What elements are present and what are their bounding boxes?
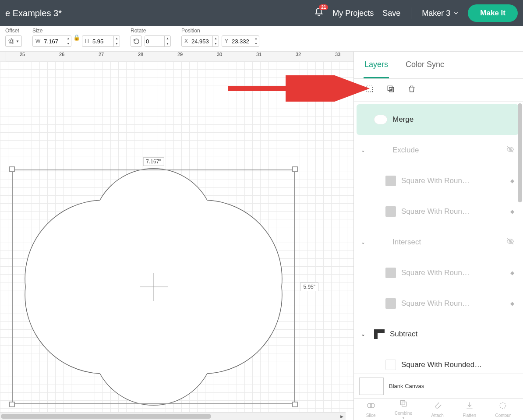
canvas-swatch [359, 378, 384, 395]
layers-panel: Layers Color Sync Merge ⌄ Exclude [354, 52, 523, 420]
rotate-icon [133, 38, 140, 45]
layers-list[interactable]: Merge ⌄ Exclude Square With Roun… ◆ Squa… [354, 102, 523, 374]
flatten-button[interactable]: Flatten [463, 401, 476, 418]
layers-scrollbar[interactable] [518, 103, 522, 202]
ruler-tick: 29 [177, 52, 183, 57]
width-input[interactable]: W▲▼ [32, 35, 71, 47]
layer-label: Square With Roun… [401, 299, 505, 308]
properties-bar: Offset ▼ Size W▲▼ 🔒 H▲▼ Rotate ▲▼ Positi… [0, 26, 523, 52]
slice-icon [367, 401, 375, 412]
color-swatch [385, 176, 396, 186]
caret-down-icon: ▼ [16, 39, 19, 43]
chevron-down-icon[interactable]: ⌄ [361, 147, 369, 153]
make-it-button[interactable]: Make It [468, 4, 518, 22]
resize-handle-br[interactable] [292, 402, 298, 407]
canvas-label: Blank Canvas [389, 383, 424, 389]
chevron-down-icon[interactable]: ⌄ [361, 239, 369, 245]
scroll-right-button[interactable]: ▶ [338, 413, 346, 420]
height-input[interactable]: H▲▼ [82, 35, 120, 47]
resize-handle-tl[interactable] [9, 166, 15, 172]
scrollbar-horizontal[interactable]: ▶ [0, 412, 346, 420]
offset-button[interactable]: ▼ [5, 35, 22, 47]
contour-icon [498, 401, 507, 412]
layer-label: Merge [392, 115, 514, 124]
canvas[interactable]: 7.167" 5.95" [0, 61, 353, 412]
selection[interactable]: 7.167" 5.95" [12, 169, 295, 404]
group-icon[interactable] [365, 85, 374, 95]
machine-selector[interactable]: Maker 3 [422, 9, 459, 18]
ruler-tick: 31 [256, 52, 262, 57]
height-readout: 5.95" [300, 282, 318, 291]
layer-item[interactable]: Square With Roun… ◆ [381, 166, 519, 196]
layer-thumbnail [374, 329, 385, 339]
scrollbar-thumb[interactable] [1, 414, 211, 419]
layer-merge[interactable]: Merge [357, 104, 519, 135]
color-swatch [385, 268, 396, 278]
layer-label: Intersect [392, 238, 501, 247]
scrollbar-thumb[interactable] [518, 103, 522, 202]
ruler-tick: 25 [20, 52, 25, 57]
resize-handle-bl[interactable] [9, 402, 15, 407]
combine-button[interactable]: Combine▼ [395, 399, 412, 420]
ruler-tick: 27 [99, 52, 104, 57]
layer-label: Square With Roun… [401, 268, 505, 277]
rotate-label: Rotate [131, 28, 171, 34]
top-bar: e Examples 3* 21 My Projects Save Maker … [0, 0, 523, 26]
svg-marker-1 [10, 40, 13, 43]
layer-label: Square With Roun… [401, 207, 505, 216]
contour-button[interactable]: Contour [495, 401, 511, 418]
lock-icon[interactable]: 🔒 [73, 34, 80, 41]
diamond-icon: ◆ [510, 178, 514, 184]
resize-handle-tr[interactable] [292, 166, 298, 172]
rotate-button[interactable] [131, 35, 142, 47]
delete-icon[interactable] [407, 85, 416, 95]
layers-toolbar [354, 79, 523, 102]
ruler-tick: 30 [217, 52, 222, 57]
tab-color-sync[interactable]: Color Sync [405, 52, 445, 78]
slice-button[interactable]: Slice [366, 401, 376, 418]
color-swatch [385, 360, 396, 370]
layer-item[interactable]: Square With Roun… ◆ [381, 288, 519, 319]
chevron-down-icon[interactable]: ⌄ [361, 331, 369, 337]
layer-intersect[interactable]: ⌄ Intersect [357, 227, 519, 258]
caret-down-icon: ▼ [402, 416, 405, 420]
svg-point-16 [500, 402, 506, 408]
layer-label: Exclude [392, 146, 501, 155]
panel-tabs: Layers Color Sync [354, 52, 523, 79]
visibility-off-icon[interactable] [506, 237, 514, 247]
visibility-off-icon[interactable] [506, 145, 514, 155]
color-swatch [385, 206, 396, 217]
center-cross-v [153, 273, 154, 301]
notifications-button[interactable]: 21 [314, 7, 324, 19]
offset-label: Offset [5, 28, 22, 34]
rotate-input[interactable]: ▲▼ [145, 35, 171, 47]
layer-item[interactable]: Square With Roun… ◆ [381, 196, 519, 227]
width-readout: 7.167" [143, 157, 164, 166]
save-link[interactable]: Save [382, 9, 400, 18]
duplicate-icon[interactable] [386, 85, 395, 95]
tab-layers[interactable]: Layers [364, 52, 389, 78]
layer-exclude[interactable]: ⌄ Exclude [357, 135, 519, 166]
pos-y-input[interactable]: Y▲▼ [222, 35, 259, 47]
ruler-horizontal: 25 26 27 28 29 30 31 32 33 [0, 52, 353, 61]
layer-label: Square With Rounded… [401, 360, 514, 369]
attach-icon [433, 401, 442, 412]
svg-rect-14 [400, 400, 405, 405]
layer-item[interactable]: Square With Roun… ◆ [381, 258, 519, 288]
ruler-tick: 28 [138, 52, 143, 57]
layer-item[interactable]: Square With Rounded… [381, 349, 519, 374]
layer-label: Square With Roun… [401, 176, 505, 185]
attach-button[interactable]: Attach [431, 401, 444, 418]
notification-count: 21 [319, 4, 328, 10]
position-label: Position [181, 28, 259, 34]
canvas-selector[interactable]: Blank Canvas [354, 374, 523, 398]
color-swatch [385, 298, 396, 309]
my-projects-link[interactable]: My Projects [332, 9, 374, 18]
pos-x-input[interactable]: X▲▼ [181, 35, 219, 47]
actions-toolbar: Slice Combine▼ Attach Flatten Contour [354, 398, 523, 420]
layer-subtract[interactable]: ⌄ Subtract [357, 319, 519, 349]
layer-thumbnail [374, 115, 387, 124]
size-label: Size [32, 28, 120, 34]
offset-icon [8, 38, 15, 45]
canvas-area[interactable]: 25 26 27 28 29 30 31 32 33 7.1 [0, 52, 354, 420]
